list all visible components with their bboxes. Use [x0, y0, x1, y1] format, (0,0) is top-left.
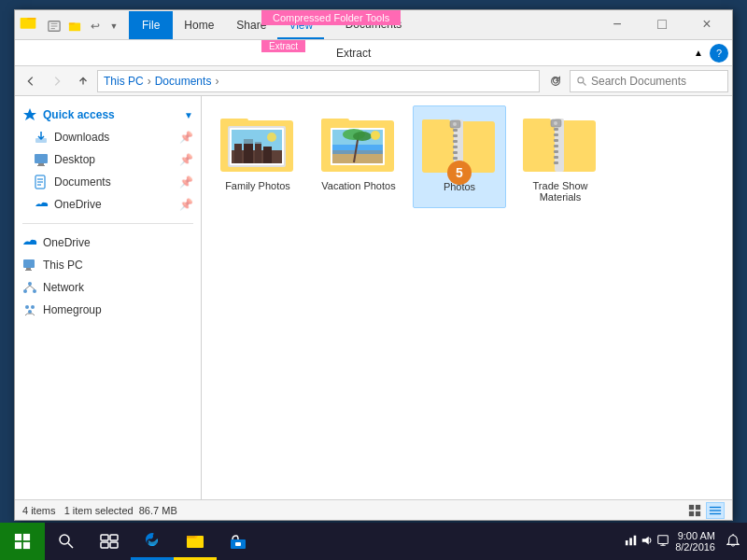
sidebar-sep1 [22, 223, 193, 224]
folder-vacation-photos[interactable]: Vacation Photos [312, 105, 405, 208]
action-center-icon[interactable] [656, 534, 669, 549]
notifications-icon[interactable] [726, 534, 740, 549]
svg-rect-76 [689, 504, 694, 509]
folder-icon-vacation [321, 111, 396, 176]
qa-properties-btn[interactable] [45, 17, 63, 35]
folder-icon-trade [523, 111, 598, 176]
breadcrumb-documents[interactable]: Documents [155, 75, 212, 88]
help-button[interactable]: ? [710, 44, 728, 63]
svg-rect-84 [23, 534, 30, 540]
edge-icon [143, 531, 162, 550]
pin-icon: 📌 [179, 153, 193, 166]
file-explorer-window: ↩ ▼ Compressed Folder Tools Documents Fi… [14, 9, 733, 521]
sidebar-item-onedrive[interactable]: OneDrive [15, 231, 201, 254]
selection-info: 1 item selected [64, 505, 134, 516]
svg-rect-41 [321, 119, 349, 128]
svg-rect-37 [263, 147, 272, 163]
taskview-btn[interactable] [88, 523, 131, 560]
svg-rect-56 [453, 140, 458, 143]
qa-undo-btn[interactable]: ↩ [86, 17, 105, 35]
back-button[interactable] [19, 70, 43, 92]
svg-rect-68 [554, 133, 558, 136]
svg-rect-36 [255, 142, 261, 163]
breadcrumb-thispc[interactable]: This PC [104, 75, 144, 88]
quick-access-heading[interactable]: Quick access ▼ [15, 104, 201, 126]
main-area: Quick access ▼ Downloads 📌 Desktop 📌 Doc… [15, 96, 732, 499]
details-view-btn[interactable] [706, 502, 725, 519]
store-btn[interactable] [217, 523, 260, 560]
svg-rect-11 [38, 163, 44, 165]
svg-rect-99 [658, 536, 669, 544]
folder-photos[interactable]: 5 Photos [413, 105, 506, 208]
pin-icon: 📌 [179, 175, 193, 189]
minimize-button[interactable]: − [596, 13, 639, 35]
svg-rect-64 [523, 119, 551, 128]
taskbar: 9:00 AM 8/2/2016 [0, 523, 747, 560]
search-taskbar-icon [57, 532, 76, 551]
qa-dropdown-btn[interactable]: ▼ [106, 17, 121, 35]
svg-rect-0 [21, 18, 36, 29]
svg-rect-59 [453, 157, 458, 160]
taskbar-clock[interactable]: 9:00 AM 8/2/2016 [675, 530, 715, 553]
svg-line-23 [25, 286, 30, 289]
svg-rect-90 [110, 535, 118, 540]
svg-point-6 [578, 77, 584, 82]
svg-rect-89 [101, 535, 108, 540]
svg-rect-92 [110, 542, 118, 548]
tab-file[interactable]: File [129, 11, 173, 39]
sidebar-item-network[interactable]: Network [15, 276, 201, 299]
sidebar-item-homegroup[interactable]: Homegroup [15, 299, 201, 321]
sidebar-item-onedrive-quick[interactable]: OneDrive 📌 [15, 193, 201, 216]
svg-point-21 [23, 289, 27, 293]
windows-logo-icon [14, 533, 31, 550]
family-photos-label: Family Photos [225, 180, 290, 191]
ribbon-extract-bar: Extract Extract ▲ ? [15, 40, 732, 66]
ribbon-collapse-btn[interactable]: ▲ [691, 44, 706, 63]
qa-folder-btn[interactable] [65, 17, 84, 35]
up-button[interactable] [71, 70, 95, 92]
forward-button[interactable] [45, 70, 69, 92]
ribbon-extract-btn[interactable]: Extract [336, 47, 371, 60]
svg-rect-34 [234, 144, 242, 163]
svg-rect-78 [689, 511, 694, 515]
sidebar-item-desktop[interactable]: Desktop 📌 [15, 148, 201, 171]
svg-rect-79 [696, 511, 700, 515]
onedrive-icon-quick [34, 197, 49, 212]
network-icon [22, 280, 37, 295]
svg-rect-97 [629, 538, 632, 545]
sidebar-item-downloads[interactable]: Downloads 📌 [15, 126, 201, 148]
breadcrumb: This PC › Documents › [97, 70, 540, 92]
svg-rect-86 [23, 542, 30, 549]
sidebar-item-documents[interactable]: Documents 📌 [15, 171, 201, 193]
edge-btn[interactable] [131, 523, 174, 560]
thispc-icon [22, 258, 37, 273]
search-input[interactable] [591, 75, 712, 88]
search-box[interactable] [570, 70, 728, 92]
volume-tray-icon[interactable] [641, 534, 654, 549]
folder-family-photos[interactable]: Family Photos [211, 105, 304, 208]
svg-rect-71 [554, 150, 558, 153]
address-toolbar: This PC › Documents › [15, 66, 732, 96]
network-tray-icon[interactable] [625, 534, 638, 549]
onedrive-icon [22, 235, 37, 250]
maximize-button[interactable]: □ [641, 13, 684, 35]
svg-rect-17 [23, 259, 35, 268]
explorer-taskbar-btn[interactable] [174, 523, 217, 560]
compress-tools-label: Compressed Folder Tools [261, 10, 401, 25]
large-icons-view-btn[interactable] [685, 502, 704, 519]
svg-point-75 [554, 121, 557, 125]
svg-line-7 [584, 82, 586, 85]
refresh-button[interactable] [543, 70, 568, 92]
explorer-icon [186, 531, 204, 550]
folder-trade-show[interactable]: Trade Show Materials [514, 105, 607, 208]
search-taskbar-btn[interactable] [45, 523, 88, 560]
close-button[interactable]: × [685, 13, 728, 35]
ribbon-compress-sublabel: Extract [261, 40, 305, 52]
start-button[interactable] [0, 523, 45, 560]
window-controls: − □ × [596, 13, 728, 39]
tab-home[interactable]: Home [173, 11, 225, 39]
view-buttons [685, 502, 725, 519]
quick-access-section: Quick access ▼ Downloads 📌 Desktop 📌 Doc… [15, 100, 201, 219]
sidebar-item-thispc[interactable]: This PC [15, 254, 201, 276]
sidebar: Quick access ▼ Downloads 📌 Desktop 📌 Doc… [15, 96, 202, 499]
